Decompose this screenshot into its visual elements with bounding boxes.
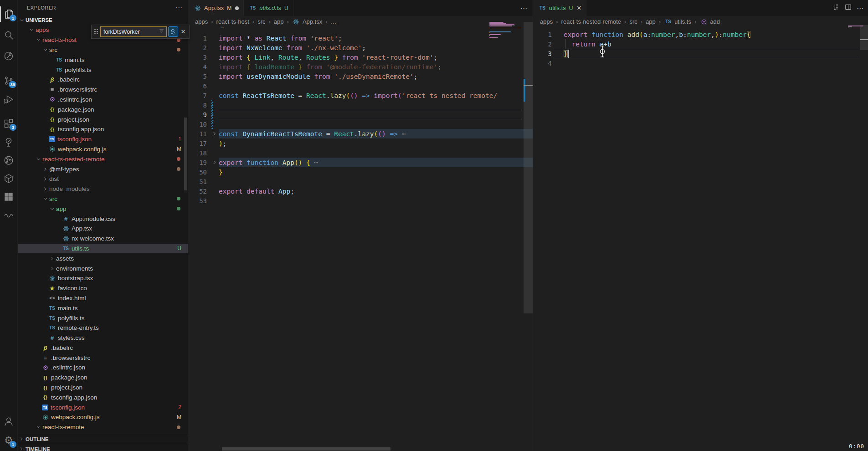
tree-item-remote-entry.ts[interactable]: TSremote-entry.ts bbox=[18, 323, 188, 333]
tree-item-tsconfig.json[interactable]: TStsconfig.json2 bbox=[18, 402, 188, 412]
timeline-section-header[interactable]: TIMELINE bbox=[18, 444, 188, 451]
tree-item-tsconfig.app.json[interactable]: {}tsconfig.app.json bbox=[18, 124, 188, 134]
code-line-50[interactable]: 50} bbox=[189, 167, 533, 177]
tree-item-App.tsx[interactable]: App.tsx bbox=[18, 224, 188, 234]
tree-item-.babelrc[interactable]: β.babelrc bbox=[18, 343, 188, 353]
close-icon[interactable]: ✕ bbox=[577, 5, 582, 11]
tree-item-app[interactable]: app bbox=[18, 204, 188, 214]
filter-icon[interactable] bbox=[159, 28, 164, 36]
split-editor-icon[interactable] bbox=[844, 3, 852, 13]
tree-item-src[interactable]: src bbox=[18, 45, 188, 55]
source-control-icon[interactable]: 38 bbox=[0, 73, 17, 88]
tab-utils.ts[interactable]: TSutils.tsU✕ bbox=[534, 0, 586, 16]
account-icon[interactable] bbox=[0, 414, 17, 429]
breadcrumb-item[interactable]: app bbox=[265, 18, 283, 25]
code-line-4[interactable]: 4import { loadRemote } from '@module-fed… bbox=[189, 62, 533, 72]
sidebar-more-actions-icon[interactable]: ⋯ bbox=[175, 4, 182, 12]
codelens-placeholder[interactable]: ⋯ bbox=[221, 25, 224, 31]
tree-item-main.ts[interactable]: TSmain.ts bbox=[18, 55, 188, 65]
breadcrumb-item[interactable]: react-ts-nested-remote bbox=[553, 18, 621, 25]
tree-item-utils.ts[interactable]: TSutils.tsU bbox=[18, 244, 188, 254]
breadcrumb-item[interactable]: TSutils.ts bbox=[656, 18, 691, 26]
tree-item-.eslintrc.json[interactable]: .eslintrc.json bbox=[18, 95, 188, 105]
tree-item-node_modules[interactable]: node_modules bbox=[18, 184, 188, 194]
drag-grip-icon[interactable] bbox=[93, 28, 99, 36]
more-actions-icon[interactable]: ⋯ bbox=[520, 4, 527, 12]
editor-vertical-scrollbar[interactable] bbox=[524, 22, 533, 313]
tree-item-webpack.config.js[interactable]: webpack.config.jsM bbox=[18, 144, 188, 154]
extensions-icon[interactable]: 3 bbox=[0, 116, 17, 131]
tree-find-input[interactable]: forkDtsWorker bbox=[100, 26, 167, 37]
breadcrumb-item[interactable]: app bbox=[637, 18, 656, 25]
code-line-17[interactable]: 17); bbox=[189, 138, 533, 148]
fuzzy-search-toggle[interactable] bbox=[168, 26, 178, 37]
tree-item-App.module.css[interactable]: #App.module.css bbox=[18, 214, 188, 224]
tree-item-react-ts-nested-remote[interactable]: react-ts-nested-remote bbox=[18, 154, 188, 164]
close-icon[interactable]: ✕ bbox=[179, 28, 187, 35]
workspace-section-header[interactable]: UNIVERSE bbox=[18, 15, 188, 25]
tab-App.tsx[interactable]: App.tsxM bbox=[189, 0, 244, 16]
tree-item-favicon.ico[interactable]: ★favicon.ico bbox=[18, 283, 188, 293]
editor-vertical-scrollbar[interactable] bbox=[860, 25, 868, 50]
breadcrumb-item[interactable]: src bbox=[249, 18, 266, 25]
breadcrumb-item[interactable]: src bbox=[621, 18, 637, 25]
code-line-2[interactable]: 2import NxWelcome from './nx-welcome'; bbox=[189, 43, 533, 52]
gear-icon[interactable]: ⚙1 bbox=[0, 433, 17, 448]
tree-item-package.json[interactable]: {}package.json bbox=[18, 373, 188, 383]
tree-item-polyfills.ts[interactable]: TSpolyfills.ts bbox=[18, 313, 188, 323]
tree-item-project.json[interactable]: {}project.json bbox=[18, 383, 188, 393]
code-line-7[interactable]: 7const ReactTsRemote = React.lazy(() => … bbox=[189, 91, 533, 100]
breadcrumb-item[interactable]: … bbox=[322, 18, 336, 25]
breadcrumb-item[interactable]: add bbox=[691, 18, 720, 26]
files-icon[interactable]: 1 bbox=[0, 6, 17, 22]
dirty-indicator[interactable] bbox=[235, 6, 239, 10]
code-line-52[interactable]: 52export default App; bbox=[189, 186, 533, 196]
tree-item-.eslintrc.json[interactable]: .eslintrc.json bbox=[18, 363, 188, 373]
tree-item-.browserslistrc[interactable]: ≡.browserslistrc bbox=[18, 353, 188, 363]
code-line-53[interactable]: 53 bbox=[189, 196, 533, 205]
tree-item-dist[interactable]: dist bbox=[18, 174, 188, 184]
code-line-1[interactable]: 1export function add(a:number,b:number,)… bbox=[534, 30, 868, 39]
waves-icon[interactable] bbox=[0, 206, 17, 222]
tree-scrollbar[interactable] bbox=[184, 118, 187, 190]
more-actions-icon[interactable]: ⋯ bbox=[857, 4, 863, 12]
tree-item-src[interactable]: src bbox=[18, 194, 188, 204]
code-line-18[interactable]: 18 bbox=[189, 148, 533, 158]
code-line-6[interactable]: 6 bbox=[189, 81, 533, 91]
tree-item-react-ts-remote[interactable]: react-ts-remote bbox=[18, 422, 188, 432]
open-changes-icon[interactable] bbox=[832, 3, 840, 13]
tree-item-main.ts[interactable]: TSmain.ts bbox=[18, 303, 188, 313]
code-line-3[interactable]: 3import { Link, Route, Routes } from 're… bbox=[189, 52, 533, 62]
code-line-11[interactable]: 11const DynamicReactTsRemote = React.laz… bbox=[189, 129, 533, 138]
code-line-2[interactable]: 2 return a+b bbox=[534, 39, 868, 49]
cube-outline-icon[interactable] bbox=[0, 171, 17, 186]
tree-item-polyfills.ts[interactable]: TSpolyfills.ts bbox=[18, 65, 188, 75]
tree-item-nx-welcome.tsx[interactable]: nx-welcome.tsx bbox=[18, 234, 188, 244]
breadcrumb-item[interactable]: apps bbox=[195, 18, 208, 25]
outline-section-header[interactable]: OUTLINE bbox=[18, 434, 188, 444]
fold-chevron-icon[interactable] bbox=[210, 131, 219, 137]
editor-right[interactable]: 1export function add(a:number,b:number,)… bbox=[534, 27, 868, 451]
tab-utils.d.ts[interactable]: TSutils.d.tsU bbox=[244, 0, 293, 16]
tree-item-@mf-types[interactable]: @mf-types bbox=[18, 164, 188, 174]
tree-item-bootstrap.tsx[interactable]: bootstrap.tsx bbox=[18, 273, 188, 283]
tree-item-tsconfig.app.json[interactable]: {}tsconfig.app.json bbox=[18, 392, 188, 402]
tree-item-environments[interactable]: environments bbox=[18, 263, 188, 273]
run-debug-icon[interactable] bbox=[0, 92, 17, 107]
git-graph-icon[interactable] bbox=[0, 153, 17, 168]
code-line-51[interactable]: 51 bbox=[189, 177, 533, 186]
code-line-1[interactable]: 1import * as React from 'react'; bbox=[189, 33, 533, 43]
fold-chevron-icon[interactable] bbox=[210, 159, 219, 165]
tree-item-project.json[interactable]: {}project.json bbox=[18, 114, 188, 124]
tree-item-assets[interactable]: assets bbox=[18, 253, 188, 263]
circle-tool-icon[interactable] bbox=[0, 48, 17, 64]
code-line-19[interactable]: 19export function App() { ⋯ bbox=[189, 158, 533, 167]
code-line-5[interactable]: 5import useDynamicModule from './useDyna… bbox=[189, 72, 533, 81]
code-line-8[interactable]: 8 bbox=[189, 100, 533, 110]
grid-squares-icon[interactable] bbox=[0, 189, 17, 205]
tree-item-.browserslistrc[interactable]: ≡.browserslistrc bbox=[18, 85, 188, 95]
tree-item-webpack.config.js[interactable]: webpack.config.jsM bbox=[18, 412, 188, 422]
tree-item-index.html[interactable]: <>index.html bbox=[18, 293, 188, 303]
breadcrumb-item[interactable]: apps bbox=[540, 18, 553, 25]
breadcrumb-item[interactable]: App.tsx bbox=[284, 18, 323, 26]
